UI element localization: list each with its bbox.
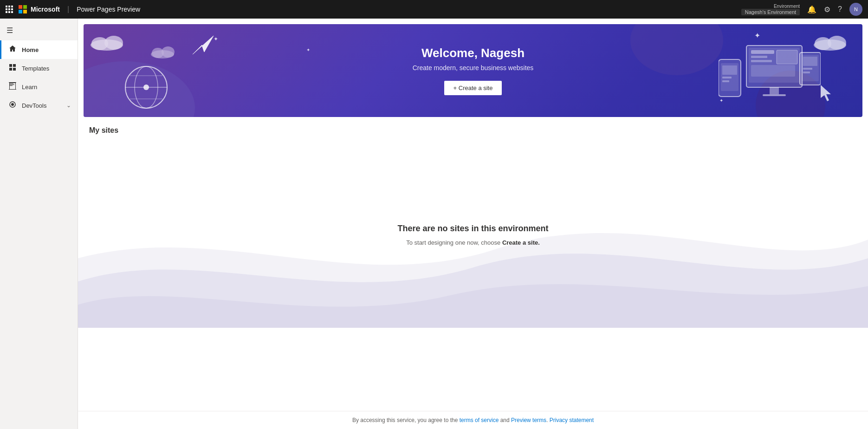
hero-banner: ✦ ✦ ✦ ✦ bbox=[84, 24, 862, 117]
learn-icon bbox=[8, 82, 17, 91]
svg-rect-8 bbox=[11, 11, 13, 13]
hero-bg-shape-2 bbox=[630, 24, 723, 75]
svg-rect-7 bbox=[8, 11, 10, 13]
svg-rect-40 bbox=[751, 56, 767, 58]
environment-label: Environment bbox=[774, 4, 800, 9]
footer-period: . bbox=[546, 417, 550, 423]
sidebar-learn-label: Learn bbox=[22, 84, 71, 91]
hamburger-menu-icon[interactable]: ☰ bbox=[0, 22, 78, 39]
globe-decoration bbox=[121, 62, 172, 115]
devtools-chevron-icon: ⌄ bbox=[66, 102, 71, 109]
empty-state-desc: To start designing one now, choose Creat… bbox=[397, 239, 548, 246]
paper-plane-decoration bbox=[190, 31, 216, 58]
svg-point-21 bbox=[11, 103, 14, 106]
hero-content: Welcome, Nagesh Create modern, secure bu… bbox=[413, 46, 534, 95]
environment-value: Nagesh's Environment bbox=[741, 9, 800, 15]
svg-rect-43 bbox=[751, 65, 795, 77]
svg-rect-10 bbox=[13, 64, 16, 67]
svg-rect-15 bbox=[10, 84, 14, 85]
svg-point-36 bbox=[162, 46, 175, 58]
notification-bell-icon[interactable]: 🔔 bbox=[807, 5, 816, 14]
svg-rect-54 bbox=[803, 68, 812, 70]
svg-rect-50 bbox=[722, 80, 729, 82]
svg-point-58 bbox=[828, 36, 846, 50]
footer-prefix: By accessing this service, you agree to … bbox=[352, 417, 460, 423]
help-question-icon[interactable]: ? bbox=[838, 5, 842, 13]
svg-rect-53 bbox=[803, 57, 817, 66]
templates-icon bbox=[8, 64, 17, 73]
environment-selector[interactable]: Environment Nagesh's Environment bbox=[741, 4, 800, 15]
settings-gear-icon[interactable]: ⚙ bbox=[824, 5, 830, 14]
footer-and: and bbox=[499, 417, 511, 423]
star-icon-2: ✦ bbox=[306, 47, 310, 52]
cloud-right-icon bbox=[811, 33, 849, 54]
svg-rect-19 bbox=[9, 82, 16, 83]
empty-desc-prefix: To start designing one now, choose bbox=[406, 239, 502, 246]
svg-rect-41 bbox=[751, 60, 772, 62]
tos-link[interactable]: terms of service bbox=[460, 417, 499, 423]
sidebar: ☰ Home Templates Learn DevTools ⌄ bbox=[0, 19, 78, 429]
my-sites-section: My sites There are no sites in this envi… bbox=[78, 117, 868, 411]
sidebar-devtools-label: DevTools bbox=[22, 102, 62, 109]
svg-rect-42 bbox=[777, 50, 797, 64]
cloud-mid-icon bbox=[149, 45, 176, 61]
sidebar-templates-label: Templates bbox=[22, 65, 71, 72]
preview-terms-link[interactable]: Preview terms bbox=[511, 417, 546, 423]
topbar-right: Environment Nagesh's Environment 🔔 ⚙ ? N bbox=[741, 3, 862, 16]
svg-rect-55 bbox=[803, 72, 810, 73]
svg-point-33 bbox=[104, 36, 123, 50]
microsoft-logo: Microsoft bbox=[19, 5, 60, 13]
app-title: Power Pages Preview bbox=[77, 6, 140, 13]
cursor-decoration bbox=[821, 85, 835, 103]
empty-state-text: There are no sites in this environment T… bbox=[397, 224, 548, 246]
hero-title: Welcome, Nagesh bbox=[413, 46, 534, 60]
waffle-menu-button[interactable] bbox=[6, 6, 13, 13]
sidebar-item-learn[interactable]: Learn bbox=[0, 78, 78, 96]
svg-rect-2 bbox=[11, 6, 13, 7]
main-layout: ☰ Home Templates Learn DevTools ⌄ bbox=[0, 19, 868, 429]
svg-rect-20 bbox=[9, 89, 16, 90]
svg-rect-6 bbox=[6, 11, 7, 13]
my-sites-title: My sites bbox=[89, 126, 857, 135]
svg-rect-13 bbox=[10, 83, 15, 83]
svg-rect-0 bbox=[6, 6, 7, 7]
privacy-statement-link[interactable]: Privacy statement bbox=[550, 417, 594, 423]
home-icon bbox=[8, 45, 17, 54]
user-avatar[interactable]: N bbox=[849, 3, 862, 16]
footer: By accessing this service, you agree to … bbox=[78, 411, 868, 429]
create-site-button[interactable]: + Create a site bbox=[444, 81, 502, 95]
sidebar-item-templates[interactable]: Templates bbox=[0, 59, 78, 78]
hero-subtitle: Create modern, secure business websites bbox=[413, 64, 534, 72]
sidebar-home-label: Home bbox=[22, 46, 71, 53]
svg-rect-44 bbox=[770, 87, 779, 94]
content-area: ✦ ✦ ✦ ✦ bbox=[78, 19, 868, 429]
sidebar-item-devtools[interactable]: DevTools ⌄ bbox=[0, 96, 78, 115]
devices-decoration bbox=[719, 36, 821, 117]
empty-desc-link: Create a site. bbox=[502, 239, 540, 246]
svg-rect-17 bbox=[9, 82, 10, 90]
svg-rect-45 bbox=[763, 94, 786, 96]
svg-rect-14 bbox=[10, 84, 13, 84]
svg-rect-18 bbox=[15, 82, 16, 90]
svg-rect-11 bbox=[9, 68, 12, 71]
devtools-icon bbox=[8, 101, 17, 110]
svg-rect-9 bbox=[9, 64, 12, 67]
svg-rect-39 bbox=[751, 50, 774, 54]
cloud-left-icon bbox=[88, 33, 125, 54]
sidebar-item-home[interactable]: Home bbox=[0, 40, 78, 59]
svg-rect-49 bbox=[722, 77, 732, 78]
empty-state-title: There are no sites in this environment bbox=[397, 224, 548, 234]
svg-rect-16 bbox=[10, 85, 13, 86]
svg-rect-5 bbox=[11, 8, 13, 10]
svg-rect-1 bbox=[8, 6, 10, 7]
svg-point-28 bbox=[143, 84, 149, 90]
microsoft-label: Microsoft bbox=[31, 6, 60, 13]
wave-background bbox=[78, 165, 868, 328]
svg-rect-4 bbox=[8, 8, 10, 10]
topbar: Microsoft | Power Pages Preview Environm… bbox=[0, 0, 868, 19]
svg-marker-59 bbox=[821, 85, 831, 101]
svg-marker-29 bbox=[193, 36, 214, 54]
svg-rect-48 bbox=[722, 65, 737, 75]
empty-state-area: There are no sites in this environment T… bbox=[89, 142, 857, 328]
svg-rect-12 bbox=[13, 68, 16, 71]
